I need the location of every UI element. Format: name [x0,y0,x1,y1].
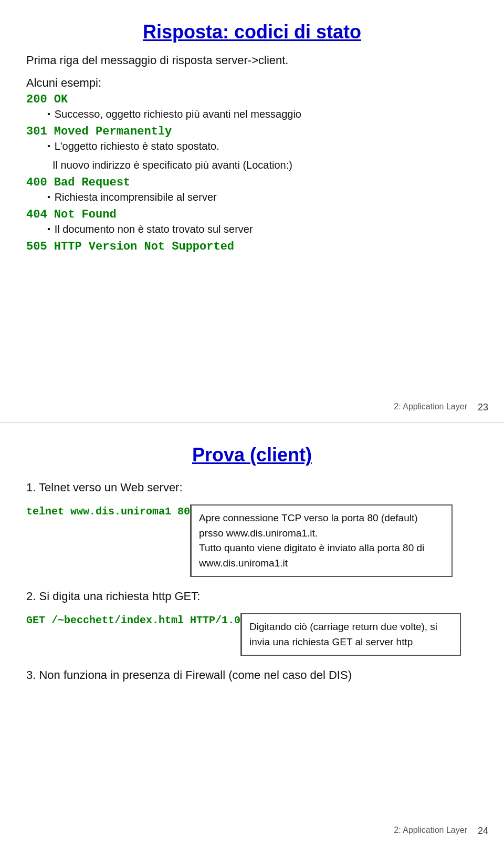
code-301: 301 Moved Permanently [26,125,478,138]
slide1-footer: 2: Application Layer 23 [394,402,488,413]
code-400: 400 Bad Request [26,176,478,189]
bullet-301-container: L'oggetto richiesto è stato spostato. [47,138,478,154]
code-505: 505 HTTP Version Not Supported [26,240,478,253]
slide2-title: Prova (client) [26,444,478,466]
bullet-400-container: Richiesta incomprensibile al server [47,189,478,205]
telnet-row: telnet www.dis.uniroma1 80 Apre connessi… [26,504,478,577]
get-row: GET /~becchett/index.html HTTP/1.0 Digit… [26,613,478,656]
get-description: Digitando ciò (carriage return due volte… [240,613,461,656]
telnet-command: telnet www.dis.uniroma1 80 [26,504,190,518]
slide1-section-label: Alcuni esempi: [26,76,478,90]
slide2-section3: 3. Non funziona in presenza di Firewall … [26,666,478,684]
slide2: Prova (client) 1. Telnet verso un Web se… [0,423,504,846]
slide2-footer-label: 2: Application Layer [394,826,467,837]
slide1-page-num: 23 [478,402,488,413]
get-desc-text: Digitando ciò (carriage return due volte… [249,621,437,647]
bullet-200: Successo, oggetto richiesto più avanti n… [47,106,478,122]
bullet-301: L'oggetto richiesto è stato spostato. [47,138,478,154]
slide1: Risposta: codici di stato Prima riga del… [0,0,504,423]
bullet-404-container: Il documento non è stato trovato sul ser… [47,221,478,237]
slide2-section1: 1. Telnet verso un Web server: [26,479,478,496]
normal-301: Il nuovo indirizzo è specificato più ava… [52,157,478,173]
telnet-desc-text: Apre connessione TCP verso la porta 80 (… [199,512,424,569]
slide2-section2: 2. Si digita una richiesta http GET: [26,587,478,605]
slide1-title: Risposta: codici di stato [26,21,478,43]
code-404: 404 Not Found [26,208,478,221]
code-200: 200 OK [26,93,478,106]
bullet-400: Richiesta incomprensibile al server [47,189,478,205]
slide2-page-num: 24 [478,826,488,837]
get-command: GET /~becchett/index.html HTTP/1.0 [26,613,240,626]
telnet-description: Apre connessione TCP verso la porta 80 (… [190,504,453,577]
bullet-404: Il documento non è stato trovato sul ser… [47,221,478,237]
slide1-footer-label: 2: Application Layer [394,402,467,413]
slide2-footer: 2: Application Layer 24 [394,826,488,837]
slide1-intro: Prima riga del messaggio di risposta ser… [26,53,478,69]
bullet-200-container: Successo, oggetto richiesto più avanti n… [47,106,478,122]
